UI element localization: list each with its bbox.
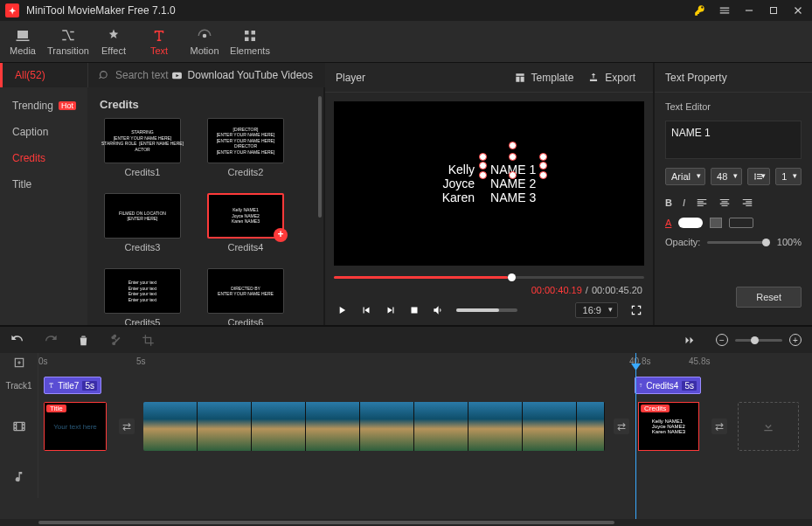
video-main-clip[interactable] [143,402,605,451]
highlight-color-chip[interactable] [729,218,753,228]
template-credits5[interactable]: Enter your text Enter your text Enter yo… [100,268,185,325]
align-right-button[interactable] [741,197,753,209]
search-placeholder: Search text [115,69,169,81]
menu-icon[interactable] [716,2,733,19]
split-button[interactable] [109,334,122,347]
line-height-select[interactable]: 1 [775,168,802,185]
download-youtube-button[interactable]: Download YouTube Videos [171,63,325,87]
tab-elements[interactable]: Elements [227,21,273,62]
svg-rect-1 [771,8,777,14]
tab-motion[interactable]: Motion [182,21,227,62]
export-button[interactable]: Export [580,68,642,87]
zoom-in-button[interactable]: + [789,334,802,346]
category-trending[interactable]: Trending Hot [0,93,87,119]
minimize-button[interactable] [740,2,758,19]
text-clip-title7[interactable]: Title7 5s [44,377,101,394]
title-tag: Title [46,405,66,412]
svg-rect-6 [252,37,256,41]
volume-button[interactable] [432,304,444,316]
text-editor-input[interactable]: NAME 1 [665,121,802,159]
template-credits1[interactable]: STARRING [ENTER YOUR NAME HERE] STARRING… [100,118,185,177]
player-title: Player [336,72,507,84]
template-icon [514,72,526,84]
tab-effect[interactable]: Effect [91,21,136,62]
category-credits[interactable]: Credits [0,145,87,171]
video-preview[interactable]: Kelly Joyce Karen [334,101,644,266]
volume-slider[interactable] [456,308,517,312]
close-button[interactable] [789,2,807,19]
speed-icon[interactable] [684,334,697,347]
tab-transition-label: Transition [47,45,89,56]
delete-button[interactable] [77,334,90,347]
next-frame-button[interactable] [385,304,397,316]
timeline-ruler[interactable]: 0s 5s 40.8s 45.8s [38,353,812,372]
track-text-header: Track1 [0,372,38,398]
template-credits6[interactable]: DIRECTED BY ENTER YOUR NAME HERECredits6 [203,268,288,325]
template-credits4[interactable]: Kelly NAME1 Joyce NAME2 Karen NAME3+Cred… [203,193,288,253]
zoom-slider[interactable] [735,339,782,342]
search-input[interactable]: Search text [87,63,171,87]
playhead[interactable] [635,353,636,521]
tab-transition[interactable]: Transition [45,21,91,62]
tab-media[interactable]: Media [0,21,45,62]
template-grid: Credits STARRING [ENTER YOUR NAME HERE] … [87,87,323,325]
category-caption[interactable]: Caption [0,119,87,145]
font-size-select[interactable]: 48 [711,168,742,185]
text-selection-box[interactable] [483,157,543,175]
align-center-button[interactable] [718,197,731,209]
template-credits2[interactable]: [DIRECTOR] [ENTER YOUR NAME HERE] [ENTER… [203,118,288,177]
play-button[interactable] [336,304,348,316]
reset-button[interactable]: Reset [736,287,802,308]
text-clip-credits4[interactable]: Credits4 5s [635,377,701,394]
undo-button[interactable] [10,333,24,347]
bold-button[interactable]: B [665,197,672,208]
fullscreen-button[interactable] [630,304,642,316]
prev-frame-button[interactable] [360,304,372,316]
credits-right-3[interactable]: NAME 3 [490,190,536,204]
tab-text[interactable]: Text [136,21,182,62]
video-title-clip[interactable]: Title Your text here [44,402,107,451]
aspect-ratio-select[interactable]: 16:9 [575,302,618,318]
current-time: 00:00:40.19 [531,285,582,295]
timeline-h-scrollbar[interactable] [0,519,812,526]
line-height-icon[interactable] [747,168,770,185]
ruler-tick: 0s [38,356,48,366]
transition-slot-1[interactable]: ⇄ [119,419,135,434]
align-left-button[interactable] [696,197,708,209]
add-clip-dropzone[interactable] [738,402,799,451]
template-label: Template [531,72,574,84]
crop-button[interactable] [142,334,155,347]
highlight-color-icon[interactable] [710,218,722,228]
transition-slot-2[interactable]: ⇄ [614,419,629,434]
text-color-icon[interactable]: A [665,218,671,228]
category-title[interactable]: Title [0,171,87,197]
thumb-preview-text: Kelly NAME1 Joyce NAME2 Karen NAME3 [232,207,260,225]
maximize-button[interactable] [765,2,782,19]
upgrade-key-icon[interactable] [691,2,709,19]
track-video-lane[interactable]: Title Your text here ⇄ ⇄ Credits Kelly N… [38,398,812,454]
timeline-marker-button[interactable] [0,353,38,372]
video-credits-clip[interactable]: Credits Kelly NAME1 Joyce NAME2 Karen NA… [638,402,699,451]
italic-button[interactable]: I [683,197,685,208]
stop-button[interactable] [409,305,420,315]
template-credits3[interactable]: FILMED ON LOCATION [ENTER HERE]Credits3 [100,193,185,253]
player-seekbar[interactable] [334,269,644,285]
thumb-label: Credits1 [125,167,161,177]
template-scrollbar[interactable] [318,96,322,316]
add-template-icon[interactable]: + [274,228,288,242]
redo-button[interactable] [44,333,58,347]
export-label: Export [605,72,635,84]
track-text-lane[interactable]: Title7 5s Credits4 5s [38,372,812,398]
svg-rect-8 [412,308,418,314]
track-audio-lane[interactable] [38,454,812,498]
font-select[interactable]: Arial [665,168,705,185]
text-color-chip[interactable] [678,218,703,228]
hot-badge: Hot [59,101,76,110]
thumb-label: Credits2 [228,167,264,177]
tab-elements-label: Elements [230,45,270,56]
opacity-slider[interactable] [707,241,770,244]
zoom-out-button[interactable]: − [716,334,728,346]
transition-slot-3[interactable]: ⇄ [711,419,727,434]
template-button[interactable]: Template [507,68,581,87]
filter-all[interactable]: All(52) [0,63,87,87]
